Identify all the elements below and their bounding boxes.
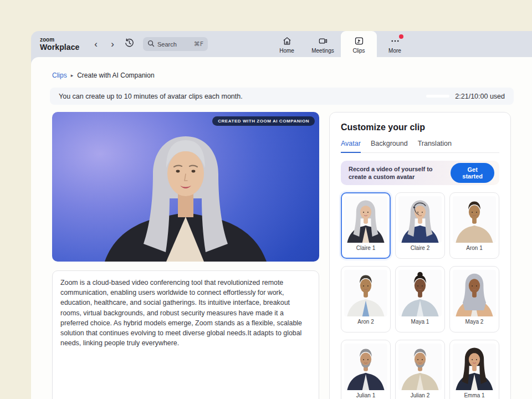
customize-panel: Customize your clip AvatarBackgroundTran…	[329, 112, 511, 399]
avatar-card-aron-2[interactable]: Aron 2	[341, 266, 391, 332]
tab-label: Clips	[352, 48, 365, 54]
avatar-card-aron-1[interactable]: Aron 1	[449, 192, 499, 259]
page: { "window": { "brand": { "logo_top": "zo…	[0, 0, 532, 399]
home-icon	[282, 36, 292, 46]
avatar-name: Claire 2	[411, 245, 429, 251]
avatar-photo	[453, 344, 496, 390]
avatar-name: Maya 1	[411, 319, 429, 325]
tab-label: Meetings	[311, 48, 334, 54]
avatar-video-preview[interactable]: CREATED WITH ZOOM AI COMPANION	[52, 112, 319, 262]
custom-avatar-banner: Record a video of yourself to create a c…	[341, 161, 499, 185]
clips-play-icon	[354, 36, 364, 46]
avatar-photo	[344, 270, 387, 316]
breadcrumb: Clips ▸ Create with AI Companion	[52, 71, 155, 79]
avatar-photo	[398, 344, 442, 390]
avatar-photo	[398, 196, 442, 243]
avatar-photo	[453, 270, 496, 316]
tab-label: Home	[279, 48, 294, 54]
search-icon	[147, 39, 155, 49]
get-started-button[interactable]: Get started	[451, 163, 494, 183]
avatar-name: Aron 1	[466, 245, 482, 251]
panel-tab-avatar[interactable]: Avatar	[341, 140, 361, 153]
avatar-card-claire-2[interactable]: Claire 2	[395, 192, 445, 259]
panel-tab-translation[interactable]: Translation	[418, 140, 452, 152]
avatar-card-claire-1[interactable]: Claire 1	[341, 192, 391, 259]
script-text-box[interactable]: Zoom is a cloud-based video conferencing…	[52, 270, 319, 399]
avatar-name: Julian 2	[411, 392, 429, 398]
avatar-name: Emma 1	[464, 392, 484, 398]
zoom-workplace-window: zoom Workplace ‹ › Search ⌘F HomeMeet	[31, 31, 532, 399]
custom-avatar-banner-text: Record a video of yourself to create a c…	[349, 165, 451, 181]
avatar-card-maya-1[interactable]: Maya 1	[395, 266, 445, 332]
usage-banner: You can create up to 10 minutes of avata…	[50, 88, 514, 105]
history-clock-icon	[124, 38, 135, 50]
breadcrumb-current: Create with AI Companion	[77, 71, 154, 79]
avatar-photo	[453, 196, 496, 243]
avatar-name: Claire 1	[356, 245, 375, 251]
search-placeholder: Search	[157, 41, 191, 48]
avatar-photo	[344, 344, 387, 390]
search-shortcut: ⌘F	[194, 40, 203, 48]
avatar-card-maya-2[interactable]: Maya 2	[449, 266, 499, 332]
meetings-camera-icon	[318, 36, 328, 46]
panel-title: Customize your clip	[341, 122, 499, 132]
avatar-name: Julian 1	[356, 392, 375, 398]
tab-more[interactable]: More	[377, 31, 413, 57]
avatar-name: Maya 2	[466, 319, 484, 325]
back-button[interactable]: ‹	[88, 39, 104, 49]
tab-meetings[interactable]: Meetings	[305, 31, 341, 57]
zoom-workplace-logo: zoom Workplace	[40, 37, 88, 51]
avatar-card-julian-1[interactable]: Julian 1	[341, 340, 391, 399]
usage-meter: 2:21/10:00 used	[426, 93, 505, 100]
history-button[interactable]	[121, 38, 137, 50]
avatar-name: Aron 2	[357, 319, 374, 325]
ai-companion-badge: CREATED WITH ZOOM AI COMPANION	[212, 116, 315, 126]
breadcrumb-separator-icon: ▸	[71, 73, 74, 78]
panel-tab-background[interactable]: Background	[371, 140, 408, 152]
avatar-photo	[344, 196, 387, 243]
notification-dot	[399, 34, 403, 39]
search-input[interactable]: Search ⌘F	[143, 37, 208, 51]
panel-tabs: AvatarBackgroundTranslation	[341, 140, 499, 153]
tab-label: More	[388, 48, 401, 54]
logo-zoom-text: zoom	[40, 37, 88, 43]
avatar-grid: Claire 1Claire 2Aron 1Aron 2Maya 1Maya 2…	[341, 192, 499, 399]
breadcrumb-clips-link[interactable]: Clips	[52, 71, 67, 79]
avatar-card-emma-1[interactable]: Emma 1	[449, 340, 499, 399]
preview-avatar-illustration	[52, 112, 319, 262]
clips-content: Clips ▸ Create with AI Companion You can…	[31, 57, 532, 399]
nav-tabs: HomeMeetingsClipsMore	[269, 31, 413, 57]
logo-workplace-text: Workplace	[40, 43, 88, 51]
usage-message: You can create up to 10 minutes of avata…	[59, 93, 243, 100]
usage-progress-bar	[426, 95, 449, 98]
forward-button[interactable]: ›	[104, 39, 121, 49]
tab-home[interactable]: Home	[269, 31, 305, 57]
more-ellipsis-icon	[390, 36, 400, 46]
titlebar: zoom Workplace ‹ › Search ⌘F HomeMeet	[31, 31, 532, 57]
avatar-card-julian-2[interactable]: Julian 2	[395, 340, 445, 399]
usage-text: 2:21/10:00 used	[455, 93, 505, 100]
avatar-photo	[398, 270, 442, 316]
tab-clips[interactable]: Clips	[341, 31, 377, 57]
